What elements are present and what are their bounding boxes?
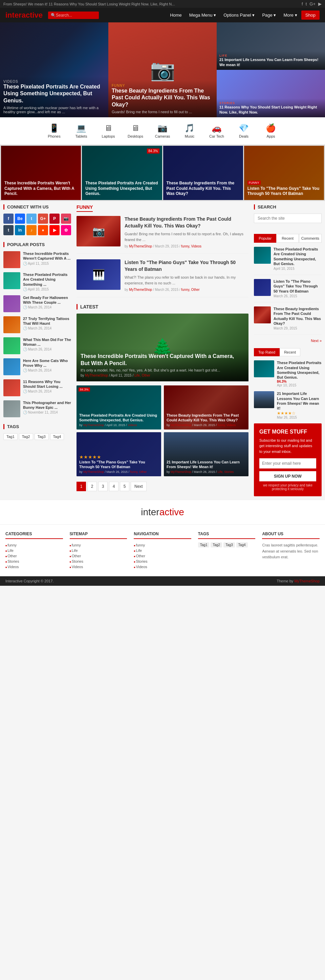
footer-sitemap-4[interactable]: Videos	[70, 564, 127, 570]
social-facebook[interactable]: f	[3, 213, 14, 224]
footer-cat-4[interactable]: Videos	[5, 564, 63, 570]
topbar-facebook-icon[interactable]: f	[302, 2, 303, 6]
popular-post-4[interactable]: What This Man Did For The Woman ... Marc…	[3, 337, 71, 354]
cat-music[interactable]: 🎵 Music	[176, 121, 203, 141]
topbar-gplus-icon[interactable]: G+	[309, 2, 315, 6]
featured-cats[interactable]: Life, Other	[135, 374, 150, 377]
footer-sitemap-3[interactable]: Stories	[70, 558, 127, 564]
footer-tag-1[interactable]: Tag2	[211, 542, 222, 547]
sub-card-3[interactable]: 21 Important Life Lessons You Can Learn …	[164, 432, 249, 476]
sub-author-3[interactable]: MyThemeShop	[171, 470, 191, 474]
sub-author-0[interactable]: MyThemeShop	[83, 423, 104, 427]
nav-shop[interactable]: Shop	[301, 11, 320, 20]
sub-card-2[interactable]: ★★★★★ Listen To "The Piano Guys" Take Yo…	[76, 432, 161, 476]
page-3[interactable]: 3	[98, 482, 108, 491]
page-5[interactable]: 5	[120, 482, 129, 491]
cat-phones[interactable]: 📱 Phones	[41, 121, 68, 141]
nav-options[interactable]: Options Panel ▾	[220, 11, 258, 20]
footer-tag-2[interactable]: Tag3	[224, 542, 235, 547]
nav-home[interactable]: Home	[166, 11, 185, 20]
hero-center[interactable]: 📷 FUNNY These Beauty Ingredients From Th…	[108, 22, 217, 117]
footer-nav-4[interactable]: Videos	[134, 564, 191, 570]
page-4[interactable]: 4	[109, 482, 119, 491]
page-1[interactable]: 1	[76, 482, 86, 491]
footer-sitemap-1[interactable]: Life	[70, 548, 127, 553]
footer-cat-3[interactable]: Stories	[5, 558, 63, 564]
nl-email-input[interactable]	[259, 458, 316, 468]
nl-signup-button[interactable]: SIGN UP NOW	[259, 471, 316, 481]
tr-post-0[interactable]: These Pixelated Portraits Are Created Us…	[254, 360, 322, 387]
more-link[interactable]: Next »	[254, 339, 322, 343]
featured-post[interactable]: 🌲 These Incredible Portraits Weren't Cap…	[76, 313, 249, 381]
tr-tab-rated[interactable]: Top Rated	[254, 348, 280, 356]
cat-deals[interactable]: 💎 Deals	[230, 121, 257, 141]
nav-mega-menu[interactable]: Mega Menu ▾	[186, 11, 219, 20]
tag-1[interactable]: Tag2	[19, 433, 33, 440]
footer-sitemap-0[interactable]: funny	[70, 542, 127, 548]
popular-post-7[interactable]: This Photographer and Her Bunny Have Epi…	[3, 400, 71, 417]
footer-theme-link[interactable]: MyThemeShop	[294, 579, 320, 583]
header-search[interactable]: 🔍	[48, 11, 99, 19]
popular-post-0[interactable]: These Incredible Portraits Weren't Captu…	[3, 251, 71, 268]
popular-post-6[interactable]: 11 Reasons Why You Should Start Losing .…	[3, 379, 71, 396]
cat-tablets[interactable]: 💻 Tablets	[68, 121, 95, 141]
footer-sitemap-2[interactable]: Other	[70, 553, 127, 558]
sub-author-1[interactable]: MyThemeShop	[171, 423, 191, 427]
social-linkedin[interactable]: in	[15, 225, 25, 235]
card-3[interactable]: FUNNY Listen To "The Piano Guys" Take Yo…	[244, 146, 324, 200]
popular-post-5[interactable]: Here Are Some Cats Who Prove Why ... Mar…	[3, 358, 71, 375]
article-author-1[interactable]: MyThemeShop	[129, 288, 152, 291]
tr-post-1[interactable]: 21 Important Life Lessons You Can Learn …	[254, 391, 322, 419]
article-1[interactable]: 🎹 Listen To "The Piano Guys" Take You Th…	[76, 259, 249, 297]
social-twitter[interactable]: t	[26, 213, 36, 224]
social-youtube[interactable]: ▶	[49, 225, 60, 235]
popular-post-3[interactable]: 27 Truly Terrifying Tattoos That Will Ha…	[3, 316, 71, 333]
tab-popular[interactable]: Popular	[254, 234, 276, 243]
cat-cameras[interactable]: 📷 Cameras	[149, 121, 176, 141]
footer-nav-0[interactable]: funny	[134, 542, 191, 548]
social-tumblr[interactable]: t	[3, 225, 14, 235]
social-reddit[interactable]: ♦	[38, 225, 48, 235]
sub-card-0[interactable]: 84.3% These Pixelated Portraits Are Crea…	[76, 385, 161, 430]
card-0[interactable]: These Incredible Portraits Weren't Captu…	[1, 146, 81, 200]
social-behance[interactable]: Be	[15, 213, 25, 224]
page-2[interactable]: 2	[87, 482, 97, 491]
article-cats-1[interactable]: funny, Other	[181, 288, 200, 291]
tab-recent[interactable]: Recent	[276, 234, 299, 243]
tag-2[interactable]: Tag3	[35, 433, 49, 440]
footer-cat-2[interactable]: Other	[5, 553, 63, 558]
article-author-0[interactable]: MyThemeShop	[129, 244, 152, 248]
featured-author[interactable]: MyThemeShop	[85, 374, 108, 377]
footer-tag-0[interactable]: Tag1	[198, 542, 209, 547]
tag-0[interactable]: Tag1	[3, 433, 17, 440]
article-0[interactable]: 📷 These Beauty Ingredients From The Past…	[76, 216, 249, 254]
card-2[interactable]: These Beauty Ingredients From the Past C…	[163, 146, 243, 200]
nav-more[interactable]: More ▾	[280, 11, 300, 20]
social-pinterest[interactable]: P	[49, 213, 60, 224]
site-logo[interactable]: interactive	[5, 11, 43, 20]
footer-tag-3[interactable]: Tag4	[236, 542, 248, 547]
social-flickr[interactable]: ✿	[61, 225, 71, 235]
topbar-youtube-icon[interactable]: ▶	[318, 2, 322, 6]
cat-apps[interactable]: 🍎 Apps	[257, 121, 284, 141]
social-gplus[interactable]: G+	[38, 213, 48, 224]
footer-cat-0[interactable]: funny	[5, 542, 63, 548]
footer-cat-1[interactable]: Life	[5, 548, 63, 553]
hero-main[interactable]: VIDEOS These Pixelated Portraits Are Cre…	[0, 22, 108, 117]
footer-nav-3[interactable]: Stories	[134, 558, 191, 564]
sidebar-search-input[interactable]	[254, 213, 322, 223]
side-post-1[interactable]: Listen To "The Piano Guys" Take You Thro…	[254, 279, 322, 302]
hero-top-right[interactable]: LIFE 21 Important Life Lessons You Can L…	[217, 22, 325, 70]
popular-post-2[interactable]: Get Ready For Halloween With These Coupl…	[3, 295, 71, 312]
footer-nav-2[interactable]: Other	[134, 553, 191, 558]
social-soundcloud[interactable]: ♪	[26, 225, 36, 235]
next-page-button[interactable]: Next	[131, 482, 147, 491]
hero-bottom-right[interactable]: STORIES 11 Reasons Why You Should Start …	[217, 70, 325, 117]
header-search-input[interactable]	[56, 13, 96, 18]
tab-comments[interactable]: Comments	[299, 234, 322, 243]
side-post-0[interactable]: These Pixelated Portraits Are Created Us…	[254, 247, 322, 275]
cat-laptops[interactable]: 🖥 Laptops	[95, 121, 122, 141]
footer-nav-1[interactable]: Life	[134, 548, 191, 553]
cat-desktops[interactable]: 🖥 Desktops	[122, 121, 149, 141]
card-1[interactable]: These Pixelated Portraits Are Created Us…	[82, 146, 162, 200]
